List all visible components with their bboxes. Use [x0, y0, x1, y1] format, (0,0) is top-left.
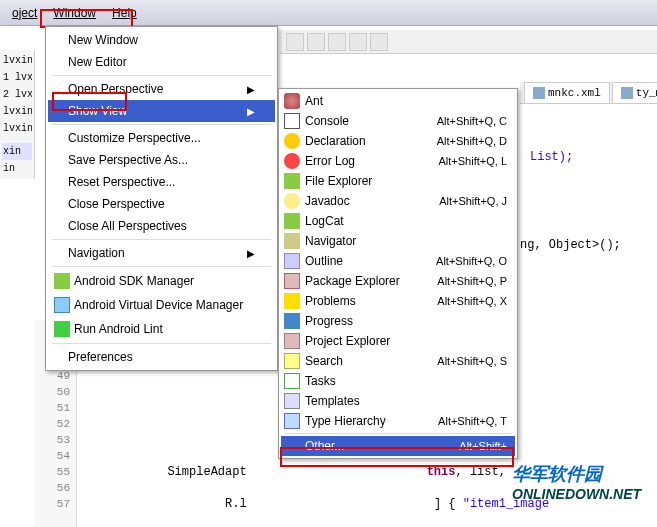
toolbar-button[interactable]: [307, 33, 325, 51]
menu-view-item[interactable]: Navigator: [281, 231, 515, 251]
menubar: oject Window Help: [0, 0, 657, 26]
menu-view-item[interactable]: SearchAlt+Shift+Q, S: [281, 351, 515, 371]
ant-icon: [284, 93, 300, 109]
chevron-right-icon: ▶: [247, 248, 255, 259]
prob-icon: [284, 293, 300, 309]
toolbar-button[interactable]: [286, 33, 304, 51]
menu-reset-perspective[interactable]: Reset Perspective...: [48, 171, 275, 193]
proj-icon: [284, 333, 300, 349]
menu-preferences[interactable]: Preferences: [48, 346, 275, 368]
watermark: 华军软件园 ONLINEDOWN.NET: [512, 462, 652, 522]
menu-close-all-perspectives[interactable]: Close All Perspectives: [48, 215, 275, 237]
android-icon: [284, 173, 300, 189]
menu-android-sdk[interactable]: Android SDK Manager: [48, 269, 275, 293]
toolbar: [280, 30, 657, 54]
console-icon: [284, 113, 300, 129]
editor-tab[interactable]: mnkc.xml: [524, 82, 610, 103]
menu-android-avd[interactable]: Android Virtual Device Manager: [48, 293, 275, 317]
sidebar-item[interactable]: lvxin: [2, 120, 32, 137]
sidebar-item[interactable]: 1 lvx: [2, 69, 32, 86]
menu-view-item[interactable]: DeclarationAlt+Shift+Q, D: [281, 131, 515, 151]
menu-view-item[interactable]: Package ExplorerAlt+Shift+Q, P: [281, 271, 515, 291]
tasks-icon: [284, 373, 300, 389]
window-menu: New Window New Editor Open Perspective▶ …: [45, 26, 278, 371]
editor-tabs: mnkc.xml ty_mr: [520, 82, 657, 104]
search-icon: [284, 353, 300, 369]
menu-view-item[interactable]: Error LogAlt+Shift+Q, L: [281, 151, 515, 171]
sidebar: lvxin 1 lvx 2 lvx lvxin lvxin xin in: [0, 50, 35, 179]
menu-window[interactable]: Window: [45, 3, 104, 23]
menu-view-item[interactable]: JavadocAlt+Shift+Q, J: [281, 191, 515, 211]
menu-view-item[interactable]: OutlineAlt+Shift+Q, O: [281, 251, 515, 271]
code-fragment: ng, Object>();: [520, 238, 621, 252]
menu-view-item[interactable]: Ant: [281, 91, 515, 111]
nav-icon: [284, 233, 300, 249]
sidebar-item[interactable]: in: [2, 160, 32, 177]
menu-show-view[interactable]: Show View▶: [48, 100, 275, 122]
menu-view-item[interactable]: Project Explorer: [281, 331, 515, 351]
menu-view-item[interactable]: Templates: [281, 391, 515, 411]
menu-new-editor[interactable]: New Editor: [48, 51, 275, 73]
menu-save-perspective[interactable]: Save Perspective As...: [48, 149, 275, 171]
sidebar-item[interactable]: 2 lvx: [2, 86, 32, 103]
show-view-submenu: AntConsoleAlt+Shift+Q, CDeclarationAlt+S…: [278, 88, 518, 459]
android-icon: [54, 273, 70, 289]
outline-icon: [284, 253, 300, 269]
editor-tab[interactable]: ty_mr: [612, 82, 657, 103]
javadoc-icon: [284, 193, 300, 209]
toolbar-button[interactable]: [370, 33, 388, 51]
tmpl-icon: [284, 393, 300, 409]
xml-icon: [621, 87, 633, 99]
menu-project[interactable]: oject: [4, 3, 45, 23]
menu-view-item[interactable]: ConsoleAlt+Shift+Q, C: [281, 111, 515, 131]
code-fragment: List);: [530, 150, 573, 164]
toolbar-button[interactable]: [349, 33, 367, 51]
pkg-icon: [284, 273, 300, 289]
decl-icon: [284, 133, 300, 149]
sidebar-item[interactable]: lvxin: [2, 103, 32, 120]
sidebar-item[interactable]: lvxin: [2, 52, 32, 69]
prog-icon: [284, 313, 300, 329]
toolbar-button[interactable]: [328, 33, 346, 51]
menu-other[interactable]: Other... Alt+Shift+: [281, 436, 515, 456]
menu-android-lint[interactable]: Run Android Lint: [48, 317, 275, 341]
sidebar-item[interactable]: xin: [2, 143, 32, 160]
check-icon: [54, 321, 70, 337]
type-icon: [284, 413, 300, 429]
menu-navigation[interactable]: Navigation▶: [48, 242, 275, 264]
menu-help[interactable]: Help: [104, 3, 145, 23]
menu-new-window[interactable]: New Window: [48, 29, 275, 51]
menu-open-perspective[interactable]: Open Perspective▶: [48, 78, 275, 100]
menu-view-item[interactable]: Progress: [281, 311, 515, 331]
chevron-right-icon: ▶: [247, 106, 255, 117]
logcat-icon: [284, 213, 300, 229]
device-icon: [54, 297, 70, 313]
chevron-right-icon: ▶: [247, 84, 255, 95]
xml-icon: [533, 87, 545, 99]
menu-customize-perspective[interactable]: Customize Perspective...: [48, 127, 275, 149]
menu-view-item[interactable]: Type HierarchyAlt+Shift+Q, T: [281, 411, 515, 431]
menu-view-item[interactable]: ProblemsAlt+Shift+Q, X: [281, 291, 515, 311]
menu-view-item[interactable]: File Explorer: [281, 171, 515, 191]
menu-view-item[interactable]: Tasks: [281, 371, 515, 391]
menu-close-perspective[interactable]: Close Perspective: [48, 193, 275, 215]
menu-view-item[interactable]: LogCat: [281, 211, 515, 231]
error-icon: [284, 153, 300, 169]
